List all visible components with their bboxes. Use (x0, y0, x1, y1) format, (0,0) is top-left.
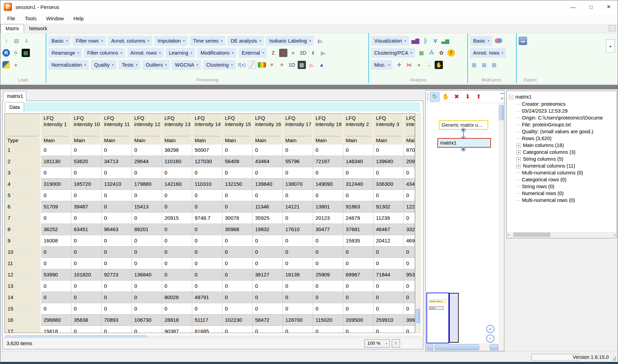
cell[interactable]: 0 (283, 281, 313, 292)
cell[interactable]: 0 (283, 258, 313, 269)
cell[interactable]: 0 (132, 247, 162, 258)
cell[interactable]: 0 (71, 145, 102, 156)
cell[interactable]: 136840 (132, 269, 162, 281)
ribbon-dropdown-clustering[interactable]: Clustering▾ (203, 60, 236, 70)
tab-matrix[interactable]: Matrix (0, 24, 24, 33)
tree-item[interactable]: +String columns (5) (509, 156, 616, 162)
combine-table-3-icon[interactable]: ▦ (490, 61, 498, 69)
cell[interactable]: 8700 (404, 145, 415, 156)
cell[interactable]: 101820 (71, 269, 102, 281)
cell[interactable]: 92723 (102, 269, 132, 281)
flower-icon[interactable]: ✿ (437, 49, 446, 57)
profile-plot-icon[interactable]: ⋈ (405, 61, 413, 69)
funnel-icon[interactable]: ▼ (268, 61, 276, 69)
cell[interactable]: 0 (132, 213, 162, 224)
cell[interactable]: 0 (313, 292, 343, 303)
cell[interactable]: 30078 (222, 213, 253, 224)
tree-item[interactable]: Origin: C:\Users\proteomics\Docume (509, 114, 616, 121)
cell[interactable]: 0 (71, 281, 102, 292)
network-nodes-icon[interactable]: ⁂ (427, 49, 436, 57)
p1-icon[interactable]: p₁ (308, 61, 316, 69)
cell[interactable]: 0 (253, 190, 283, 201)
column-header[interactable]: LFQ intensity 18Main (313, 114, 343, 145)
cell[interactable]: 0 (162, 303, 192, 315)
ribbon-dropdown-basic[interactable]: Basic▾ (470, 36, 492, 46)
cell[interactable]: 35838 (71, 315, 102, 326)
cell[interactable]: 14121 (283, 201, 313, 213)
maximize-button[interactable]: □ (582, 0, 600, 13)
row-number[interactable]: 15 (5, 303, 41, 315)
cell[interactable]: 20123 (313, 213, 343, 224)
cell[interactable]: 209500 (343, 315, 374, 326)
cell[interactable]: 0 (404, 281, 415, 292)
cell[interactable]: 0 (313, 167, 343, 179)
tree-item[interactable]: Multi-numerical rows (0) (509, 197, 616, 204)
cell[interactable]: 0 (253, 303, 283, 315)
cell[interactable]: 89201 (132, 224, 162, 235)
cell[interactable]: 0 (313, 190, 343, 201)
cell[interactable]: 0 (71, 247, 102, 258)
workflow-horizontal-scrollbar[interactable] (426, 343, 504, 351)
cell[interactable]: 56409 (222, 156, 253, 167)
cell[interactable]: 0 (132, 292, 162, 303)
cell[interactable]: 0 (71, 326, 102, 333)
cell[interactable]: 0 (313, 145, 343, 156)
cell[interactable]: 34713 (102, 156, 132, 167)
mean-xbar-icon[interactable]: x̄ (309, 49, 317, 57)
column-header[interactable]: LFQ intensity 17Main (283, 114, 313, 145)
cell[interactable]: 11239 (374, 213, 404, 224)
cell[interactable]: 0 (253, 145, 283, 156)
ribbon-dropdown-annot-columns[interactable]: Annot. columns▾ (108, 36, 152, 46)
cell[interactable]: 0 (374, 303, 404, 315)
cell[interactable]: 0 (132, 281, 162, 292)
pn-icon[interactable]: pₙ (319, 49, 327, 57)
cell[interactable]: 0 (71, 235, 102, 247)
cell[interactable]: 0 (404, 167, 415, 179)
cell[interactable]: 72187 (313, 156, 343, 167)
minimize-button[interactable]: — (564, 0, 582, 13)
cell[interactable]: 25909 (313, 269, 343, 281)
column-header[interactable]: LFQ intensity 10Main (71, 114, 102, 145)
cell[interactable]: 132150 (222, 179, 253, 190)
cell[interactable]: 20915 (162, 213, 192, 224)
cell[interactable]: 0 (404, 247, 415, 258)
cell[interactable]: 0 (374, 258, 404, 269)
column-header[interactable]: LFQ intensity 2Main (343, 114, 374, 145)
cell[interactable]: 0 (283, 292, 313, 303)
venn-v-icon[interactable]: V (431, 37, 439, 45)
cell[interactable]: 0 (404, 326, 415, 333)
cell[interactable]: 0 (41, 247, 71, 258)
cell[interactable]: 0 (253, 326, 283, 333)
cell[interactable]: 0 (283, 247, 313, 258)
cell[interactable]: 0 (71, 213, 102, 224)
ribbon-expand-button[interactable]: + (606, 39, 615, 53)
menu-help[interactable]: Help (69, 13, 89, 24)
refresh-icon[interactable]: ↻ (430, 92, 439, 102)
ribbon-dropdown-time-series[interactable]: Time series▾ (190, 36, 225, 46)
row-number[interactable]: 5 (5, 190, 41, 201)
cell[interactable]: 13801 (313, 201, 343, 213)
stamp-icon[interactable]: ▩ (298, 61, 306, 69)
cell[interactable]: 0 (71, 167, 102, 179)
cell[interactable]: 30477 (313, 224, 343, 235)
cell[interactable]: 0 (222, 247, 253, 258)
ribbon-dropdown-external[interactable]: External▾ (239, 48, 267, 58)
grid-vertical-scrollbar[interactable] (415, 113, 421, 333)
column-header[interactable]: LFQ intensity 11Main (102, 114, 132, 145)
cell[interactable]: 55796 (283, 156, 313, 167)
cell[interactable]: 0 (253, 247, 283, 258)
save-icon[interactable]: ▬ (519, 37, 527, 45)
axes-cross-icon[interactable]: ✛ (395, 61, 403, 69)
expand-icon[interactable]: + (516, 150, 521, 155)
column-header[interactable]: LFQ intensity 3Main (374, 114, 404, 145)
2d-annotation-icon[interactable]: 2D (299, 49, 307, 57)
cell[interactable]: 149090 (313, 179, 343, 190)
cell[interactable]: 0 (374, 190, 404, 201)
cell[interactable]: 0 (102, 201, 132, 213)
cell[interactable]: 0 (41, 167, 71, 179)
cell[interactable]: 0 (162, 235, 192, 247)
cell[interactable]: 0 (102, 281, 132, 292)
cell[interactable]: 0 (192, 303, 222, 315)
scatter-plot-icon[interactable]: ∴ (425, 61, 433, 69)
cell[interactable]: 9748.7 (192, 213, 222, 224)
